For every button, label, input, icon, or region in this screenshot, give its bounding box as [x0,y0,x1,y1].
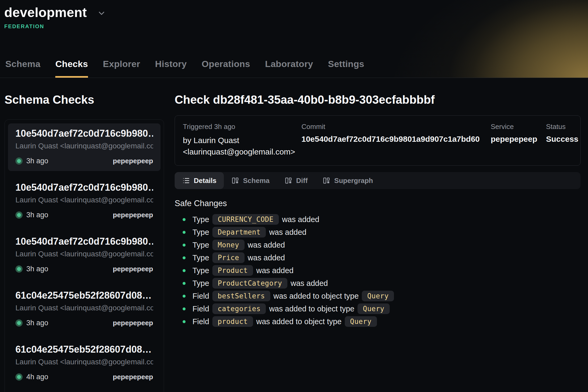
check-service-name: pepepepeep [113,157,153,165]
bullet-icon [183,256,186,259]
check-author: Laurin Quast <laurinquast@googlemail.co… [15,195,153,205]
change-kind: Field [192,305,209,313]
main-nav: Schema Checks Explorer History Operation… [5,59,588,78]
page-header: development FEDERATION Schema Checks Exp… [0,0,588,78]
change-code: Money [212,240,245,250]
change-code: Department [212,227,266,237]
check-time: 3h ago [26,319,48,327]
change-kind: Type [192,266,209,275]
nav-tab-operations[interactable]: Operations [202,59,250,78]
nav-tab-laboratory[interactable]: Laboratory [265,59,313,78]
change-text: was added [282,215,319,224]
check-author: Laurin Quast <laurinquast@googlemail.co… [15,303,153,313]
change-text: was added [256,266,293,275]
status-success-dot [15,265,23,273]
nav-tab-checks[interactable]: Checks [55,59,88,78]
bullet-icon [183,269,186,272]
check-service-name: pepepepeep [113,265,153,273]
bullet-icon [183,244,186,247]
check-list-item[interactable]: 10e540d7aef72c0d716c9b980… Laurin Quast … [8,177,161,225]
change-row: Field product was added to object type Q… [175,315,581,328]
nav-tab-explorer[interactable]: Explorer [103,59,140,78]
change-kind: Field [192,292,209,301]
check-commit-hash: 61c04e25475eb52f28607d08… [15,344,153,355]
tab-schema-label: Schema [243,177,270,185]
meta-status: Status Success [546,123,578,157]
change-text: was added to object type [274,292,359,301]
tab-details-label: Details [194,177,216,185]
change-row: Type Department was added [175,226,581,239]
check-meta-card: Triggered 3h ago by Laurin Quast <laurin… [175,115,581,166]
change-code: Product [212,265,253,276]
check-time: 3h ago [26,157,48,165]
check-commit-hash: 10e540d7aef72c0d716c9b980… [15,128,153,139]
main-content: Schema Checks 10e540d7aef72c0d716c9b980…… [0,78,588,392]
commit-label: Commit [301,123,491,131]
schema-checks-panel: Schema Checks 10e540d7aef72c0d716c9b980…… [5,78,164,392]
change-target-code: Query [358,303,390,314]
schema-checks-title: Schema Checks [5,93,164,107]
check-service-name: pepepepeep [113,373,153,381]
change-text: was added [291,279,328,288]
check-commit-hash: 10e540d7aef72c0d716c9b980… [15,182,153,193]
status-success-dot [15,319,23,327]
change-row: Type CURRENCY_CODE was added [175,213,581,226]
tab-diff[interactable]: Diff [277,172,315,189]
status-success-dot [15,373,23,381]
layout-panels-icon [231,177,239,185]
change-text: was added to object type [256,317,342,326]
bullet-icon [183,295,186,298]
check-list-item[interactable]: 61c04e25475eb52f28607d08… Laurin Quast <… [8,285,161,333]
service-label: Service [491,123,546,131]
change-row: Field categories was added to object typ… [175,302,581,315]
tab-supergraph-label: Supergraph [334,177,373,185]
tab-schema[interactable]: Schema [224,172,277,189]
check-detail-title: Check db28f481-35aa-40b0-b8b9-303ecfabbb… [175,93,581,107]
check-time: 4h ago [26,373,48,381]
safe-changes-title: Safe Changes [175,199,581,208]
check-author: Laurin Quast <laurinquast@googlemail.co… [15,249,153,259]
bullet-icon [183,320,186,323]
change-text: was added to object type [269,305,354,313]
check-service-name: pepepepeep [113,211,153,219]
check-list-item[interactable]: 10e540d7aef72c0d716c9b980… Laurin Quast … [8,123,161,171]
project-title: development [4,5,87,20]
tab-supergraph[interactable]: Supergraph [315,172,380,189]
change-code: product [212,316,253,327]
check-author: Laurin Quast <laurinquast@googlemail.co… [15,141,153,151]
nav-tab-settings[interactable]: Settings [328,59,364,78]
meta-triggered: Triggered 3h ago by Laurin Quast <laurin… [183,123,301,157]
check-service-name: pepepepeep [113,319,153,327]
status-label: Status [546,123,578,131]
bullet-icon [183,231,186,234]
nav-tab-schema[interactable]: Schema [5,59,40,78]
change-code: CURRENCY_CODE [212,214,279,225]
check-time: 3h ago [26,211,48,219]
change-row: Field bestSellers was added to object ty… [175,290,581,302]
change-row: Type ProductCategory was added [175,277,581,290]
check-detail-panel: Check db28f481-35aa-40b0-b8b9-303ecfabbb… [175,78,581,328]
change-target-code: Query [345,316,377,327]
check-commit-hash: 10e540d7aef72c0d716c9b980… [15,236,153,247]
layout-panels-icon [284,177,292,185]
check-list-item[interactable]: 10e540d7aef72c0d716c9b980… Laurin Quast … [8,231,161,279]
check-list-item[interactable]: 61c04e25475eb52f28607d08… Laurin Quast <… [8,339,161,387]
service-value: pepepepeep [491,135,546,144]
change-text: was added [248,253,285,262]
change-row: Type Money was added [175,239,581,251]
change-kind: Type [192,253,209,262]
check-author: Laurin Quast <laurinquast@googlemail.co… [15,357,153,367]
tab-details[interactable]: Details [175,172,224,189]
triggered-by-email: <laurinquast@googlemail.com> [183,146,301,157]
triggered-by-name: by Laurin Quast [183,135,301,146]
list-icon [182,177,190,185]
nav-tab-history[interactable]: History [155,59,187,78]
change-kind: Field [192,317,209,326]
chevron-down-icon[interactable] [97,9,106,18]
triggered-label: Triggered 3h ago [183,123,301,131]
tab-diff-label: Diff [296,177,308,185]
change-code: categories [212,303,266,314]
change-kind: Type [192,279,209,288]
change-kind: Type [192,228,209,237]
bullet-icon [183,218,186,221]
